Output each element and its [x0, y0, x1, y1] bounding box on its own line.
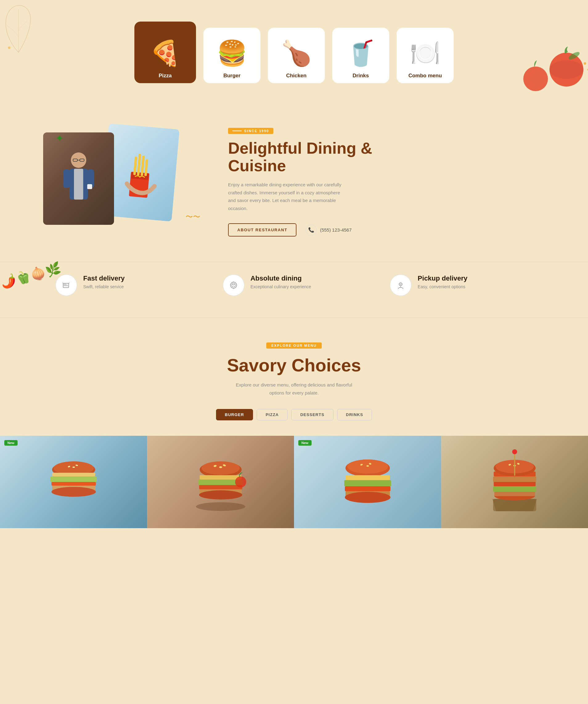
chef-placeholder: [43, 132, 114, 225]
svg-rect-62: [344, 480, 391, 486]
svg-point-40: [51, 487, 96, 497]
menu-tabs: BURGER PIZZA DESSERTS DRINKS: [43, 409, 545, 420]
fast-delivery-desc: Swift, reliable service: [83, 284, 125, 289]
pickup-delivery-desc: Easy, convenient options: [418, 284, 467, 289]
pizza-icon: 🍕: [150, 36, 180, 70]
svg-point-54: [199, 490, 242, 500]
dining-section: ✦: [0, 102, 588, 262]
svg-rect-61: [345, 475, 390, 480]
svg-rect-78: [514, 451, 515, 476]
pickup-delivery-icon: [390, 275, 412, 296]
dining-image-chef: [43, 132, 114, 225]
dining-actions: ABOUT RESTAURANT 📞 (555) 123-4567: [228, 223, 545, 237]
svg-rect-50: [200, 475, 242, 479]
tab-burger[interactable]: BURGER: [216, 409, 253, 420]
food-cards-section: New: [0, 436, 588, 547]
chicken-icon: 🍗: [281, 36, 312, 70]
food-card-3[interactable]: New: [294, 436, 441, 528]
svg-rect-12: [74, 169, 83, 199]
svg-point-55: [235, 476, 246, 487]
chicken-label: Chicken: [286, 73, 306, 83]
svg-rect-52: [199, 485, 242, 489]
absolute-dining-title: Absolute dining: [251, 275, 311, 282]
svg-point-43: [72, 467, 75, 468]
category-chicken[interactable]: 🍗 Chicken: [268, 28, 325, 83]
food-card-1[interactable]: New: [0, 436, 147, 528]
svg-point-49: [219, 466, 222, 468]
feature-fast-delivery-text: Fast delivery Swift, reliable service: [83, 275, 125, 289]
food-cards-grid: New: [0, 436, 588, 528]
tab-desserts[interactable]: DESSERTS: [291, 409, 333, 420]
dining-content: SINCE 1990 Delightful Dining & Cuisine E…: [228, 127, 545, 237]
svg-rect-38: [51, 482, 96, 486]
fast-delivery-title: Fast delivery: [83, 275, 125, 282]
category-drinks[interactable]: 🥤 Drinks: [332, 28, 389, 83]
dining-description: Enjoy a remarkable dining experience wit…: [228, 181, 345, 212]
svg-rect-20: [141, 156, 145, 176]
burger-label: Burger: [223, 73, 241, 83]
absolute-dining-desc: Exceptional culinary experience: [251, 284, 311, 289]
features-section: 🌶️🫑🧅🌿 Fast delivery Swift, reliable serv…: [0, 262, 588, 317]
pickup-delivery-title: Pickup delivery: [418, 275, 467, 282]
svg-point-33: [400, 284, 401, 285]
feature-absolute-dining-text: Absolute dining Exceptional culinary exp…: [251, 275, 311, 289]
feature-absolute-dining: Absolute dining Exceptional culinary exp…: [211, 275, 378, 296]
squiggle-decoration: 〜〜: [185, 212, 200, 222]
svg-point-2: [549, 60, 583, 79]
leaf-decoration: [0, 0, 37, 57]
food-card-image-1: [0, 436, 147, 528]
categories-section: 🍕 Pizza 🍔 Burger 🍗 Chicken 🥤 Drinks 🍽️ C…: [0, 0, 588, 102]
dining-title: Delightful Dining & Cuisine: [228, 139, 545, 175]
svg-rect-71: [493, 476, 536, 482]
new-badge-3: New: [298, 440, 312, 446]
menu-section: EXPLORE OUR MENU Savory Choices Explore …: [0, 317, 588, 420]
category-burger[interactable]: 🍔 Burger: [203, 28, 260, 83]
food-card-4[interactable]: [441, 436, 588, 528]
tab-pizza[interactable]: PIZZA: [257, 409, 288, 420]
svg-rect-69: [493, 486, 536, 492]
since-badge: SINCE 1990: [228, 128, 273, 134]
svg-rect-19: [137, 154, 141, 175]
svg-point-5: [584, 62, 586, 65]
new-badge-1: New: [4, 440, 17, 446]
drinks-icon: 🥤: [345, 36, 376, 70]
absolute-dining-icon: [223, 275, 245, 296]
tomato-decoration: [511, 39, 588, 102]
food-card-2[interactable]: [147, 436, 294, 528]
burger-icon: 🍔: [217, 36, 248, 70]
tab-drinks[interactable]: DRINKS: [337, 409, 372, 420]
svg-point-65: [345, 492, 390, 503]
drinks-label: Drinks: [353, 73, 369, 83]
combo-icon: 🍽️: [410, 36, 441, 70]
feature-pickup-delivery-text: Pickup delivery Easy, convenient options: [418, 275, 467, 289]
svg-point-79: [512, 449, 517, 454]
category-combo[interactable]: 🍽️ Combo menu: [396, 28, 453, 83]
svg-point-44: [196, 502, 245, 511]
category-pizza[interactable]: 🍕 Pizza: [135, 21, 196, 83]
explore-badge: EXPLORE OUR MENU: [266, 343, 322, 349]
feature-pickup-delivery: Pickup delivery Easy, convenient options: [377, 275, 545, 296]
phone-link[interactable]: 📞 (555) 123-4567: [306, 225, 352, 236]
svg-point-0: [8, 47, 10, 49]
svg-rect-68: [494, 491, 535, 496]
categories-grid: 🍕 Pizza 🍔 Burger 🍗 Chicken 🥤 Drinks 🍽️ C…: [37, 12, 551, 83]
pizza-label: Pizza: [159, 73, 172, 83]
svg-rect-37: [51, 476, 97, 482]
svg-rect-36: [52, 473, 95, 476]
svg-rect-23: [64, 284, 66, 286]
svg-rect-63: [345, 486, 390, 491]
svg-rect-13: [63, 169, 70, 188]
phone-icon: 📞: [306, 225, 317, 236]
combo-label: Combo menu: [408, 73, 442, 83]
menu-title: Savory Choices: [43, 355, 545, 375]
about-restaurant-button[interactable]: ABOUT RESTAURANT: [228, 223, 297, 237]
svg-line-26: [63, 283, 63, 283]
dining-images: ✦: [43, 126, 203, 237]
svg-rect-15: [87, 184, 92, 189]
food-card-image-3: [294, 436, 441, 528]
feature-fast-delivery: Fast delivery Swift, reliable service: [43, 275, 211, 296]
svg-point-32: [399, 283, 402, 286]
food-card-image-2: [147, 436, 294, 528]
menu-description: Explore our diverse menu, offering delic…: [229, 381, 359, 397]
food-card-image-4: [441, 436, 588, 528]
